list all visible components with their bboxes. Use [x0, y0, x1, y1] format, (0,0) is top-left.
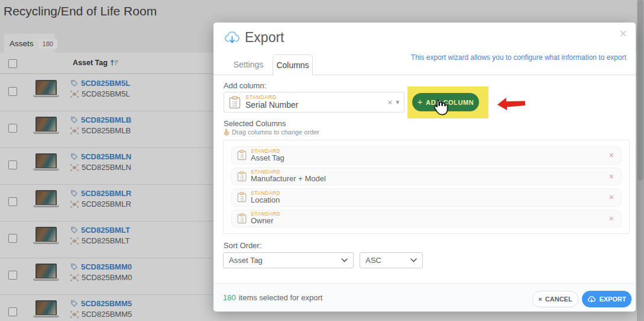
column-name: Location	[251, 196, 609, 204]
chevron-down-icon	[410, 258, 417, 262]
column-category-label: STANDARD	[251, 149, 609, 154]
dropdown-caret-icon[interactable]: ▾	[396, 98, 399, 106]
sort-direction-select[interactable]: ASC	[360, 252, 423, 268]
export-button-label: EXPORT	[599, 296, 626, 303]
add-column-select[interactable]: STANDARD Serial Number × ▾	[224, 92, 404, 113]
modal-footer: 180items selected for export × CANCEL EX…	[213, 283, 636, 312]
selected-columns-label: Selected Columns	[224, 119, 286, 128]
sort-order-label: Sort Order:	[224, 241, 261, 250]
helper-text: This export wizard allows you to configu…	[411, 53, 626, 62]
remove-column-icon[interactable]: ×	[609, 151, 614, 159]
clipboard-icon	[237, 213, 247, 224]
tab-columns[interactable]: Columns	[273, 54, 313, 75]
selected-columns-list: STANDARD Asset Tag × STANDARD Manufactur…	[223, 140, 630, 234]
column-name: Manufacturer + Model	[251, 175, 609, 183]
column-category-label: STANDARD	[251, 191, 609, 196]
cloud-export-icon	[224, 30, 240, 45]
export-button[interactable]: EXPORT	[582, 291, 632, 307]
cloud-download-icon	[587, 296, 596, 303]
cancel-button-label: CANCEL	[545, 296, 572, 303]
sort-field-select[interactable]: Asset Tag	[223, 252, 354, 268]
arrow-annotation	[496, 92, 526, 114]
cancel-x-icon: ×	[538, 296, 542, 303]
clipboard-icon	[237, 171, 247, 182]
tab-settings[interactable]: Settings	[227, 54, 270, 75]
column-name: Owner	[251, 217, 609, 225]
selected-column-item[interactable]: STANDARD Asset Tag ×	[231, 146, 622, 165]
export-modal: Export × This export wizard allows you t…	[213, 23, 636, 312]
clipboard-icon	[237, 192, 247, 203]
selected-column-item[interactable]: STANDARD Manufacturer + Model ×	[231, 168, 622, 186]
remove-column-icon[interactable]: ×	[609, 214, 614, 223]
cursor-pointer-icon	[431, 98, 449, 117]
export-count-text: 180items selected for export	[223, 293, 322, 302]
remove-column-icon[interactable]: ×	[609, 193, 614, 201]
column-category-label: STANDARD	[251, 211, 609, 217]
column-name: Asset Tag	[251, 154, 609, 162]
clear-selection-icon[interactable]: ×	[384, 98, 396, 107]
plus-icon: +	[418, 97, 423, 107]
cancel-button[interactable]: × CANCEL	[532, 291, 578, 307]
close-icon[interactable]: ×	[619, 27, 627, 40]
clipboard-icon	[237, 150, 247, 160]
clipboard-icon	[229, 96, 241, 109]
export-count: 180	[223, 293, 236, 302]
selected-column-item[interactable]: STANDARD Owner ×	[231, 210, 622, 228]
add-column-label: Add column:	[224, 81, 266, 90]
remove-column-icon[interactable]: ×	[609, 172, 614, 181]
chevron-down-icon	[341, 258, 348, 262]
modal-title: Export	[245, 30, 284, 46]
drag-hand-icon	[224, 129, 229, 136]
selected-column-item[interactable]: STANDARD Location ×	[231, 188, 622, 207]
selected-column-value: Serial Number	[245, 101, 384, 110]
drag-hint: Drag columns to change order	[224, 129, 319, 136]
